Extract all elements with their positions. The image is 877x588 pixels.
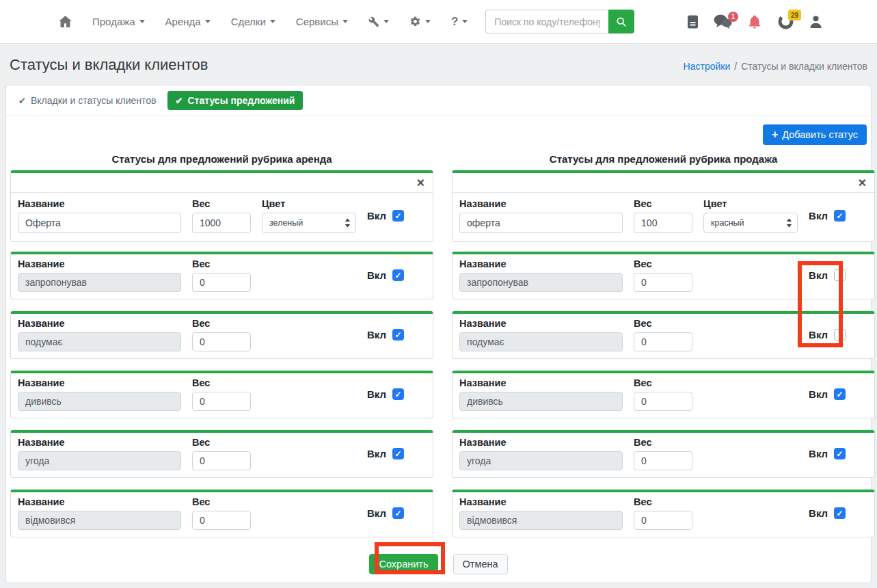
name-label: Название xyxy=(18,318,181,330)
enabled-checkbox[interactable]: ✓ xyxy=(392,210,404,222)
user-icon[interactable] xyxy=(809,15,822,29)
add-status-button[interactable]: + Добавить статус xyxy=(763,124,867,145)
status-color-select[interactable]: красный xyxy=(703,213,798,233)
status-weight-input[interactable] xyxy=(192,511,251,530)
nav-menu-tools[interactable] xyxy=(368,16,389,27)
tab-client-tabs-statuses[interactable]: ✔ Вкладки и статусы клиентов xyxy=(16,91,159,110)
enabled-label: Вкл xyxy=(809,329,828,340)
status-name-input[interactable] xyxy=(459,392,623,411)
wrench-icon xyxy=(368,16,379,27)
status-card: НазваниеВесВкл✓ xyxy=(452,371,875,418)
status-name-input[interactable] xyxy=(18,392,181,411)
close-icon[interactable]: × xyxy=(858,174,866,191)
status-weight-input[interactable] xyxy=(634,392,692,411)
status-card: ×НазваниеВесЦветкрасныйВкл✓ xyxy=(452,170,875,242)
weight-label: Вес xyxy=(192,496,251,508)
status-weight-input[interactable] xyxy=(634,213,692,233)
nav-menu-services[interactable]: Сервисы xyxy=(296,16,348,27)
status-name-input[interactable] xyxy=(459,332,623,351)
enabled-checkbox[interactable]: ✓ xyxy=(392,507,404,519)
status-card: НазваниеВесВкл✓ xyxy=(452,430,875,478)
status-weight-input[interactable] xyxy=(192,213,251,233)
status-weight-input[interactable] xyxy=(192,332,251,351)
chevron-down-icon xyxy=(205,20,211,23)
status-card: НазваниеВесВкл✓ xyxy=(10,430,433,478)
nav-menu-deals[interactable]: Сделки xyxy=(231,16,275,27)
search-button[interactable] xyxy=(608,10,634,34)
tab-bar: ✔ Вкладки и статусы клиентов ✔ Статусы п… xyxy=(6,85,871,116)
column-title-rent: Статусы для предложений рубрика аренда xyxy=(10,153,433,165)
save-button[interactable]: Сохранить xyxy=(369,554,437,574)
status-name-input[interactable] xyxy=(18,273,181,292)
tasks-badge: 29 xyxy=(788,10,801,21)
journal-icon[interactable] xyxy=(687,15,699,29)
name-label: Название xyxy=(459,198,623,210)
status-name-input[interactable] xyxy=(18,332,181,351)
status-name-input[interactable] xyxy=(459,451,623,470)
enabled-checkbox[interactable]: ✓ xyxy=(392,448,404,459)
status-name-input[interactable] xyxy=(18,213,181,233)
status-weight-input[interactable] xyxy=(192,273,251,292)
enabled-checkbox[interactable]: ✓ xyxy=(834,388,846,400)
chevron-down-icon xyxy=(139,20,145,23)
name-label: Название xyxy=(18,198,181,210)
enabled-checkbox[interactable]: ✓ xyxy=(392,329,404,340)
breadcrumb-current: Статусы и вкладки клиентов xyxy=(741,61,867,72)
weight-label: Вес xyxy=(634,198,692,210)
cancel-button[interactable]: Отмена xyxy=(453,554,508,574)
status-name-input[interactable] xyxy=(459,273,623,292)
chevron-down-icon xyxy=(383,20,389,23)
breadcrumb: Настройки/Статусы и вкладки клиентов xyxy=(684,61,867,72)
status-card: ×НазваниеВесЦветзеленыйВкл✓ xyxy=(10,170,433,242)
nav-menu-settings[interactable] xyxy=(409,16,431,27)
tab-offer-statuses[interactable]: ✔ Статусы предложений xyxy=(167,91,303,110)
status-card: НазваниеВесВкл✓ xyxy=(452,490,875,537)
status-weight-input[interactable] xyxy=(634,451,692,470)
nav-menu-sales[interactable]: Продажа xyxy=(92,16,145,27)
breadcrumb-settings-link[interactable]: Настройки xyxy=(684,61,731,72)
weight-label: Вес xyxy=(192,437,251,449)
notifications-bell-icon[interactable] xyxy=(747,14,762,29)
weight-label: Вес xyxy=(634,318,692,330)
weight-label: Вес xyxy=(192,258,251,270)
nav-menu-rent[interactable]: Аренда xyxy=(165,16,211,27)
name-label: Название xyxy=(459,437,623,449)
status-weight-input[interactable] xyxy=(634,332,692,351)
status-weight-input[interactable] xyxy=(192,392,251,411)
select-stepper-icon xyxy=(345,218,351,228)
name-label: Название xyxy=(459,318,623,330)
page-head: Статусы и вкладки клиентов Настройки/Ста… xyxy=(0,44,877,85)
status-column-sale: Статусы для предложений рубрика продажа … xyxy=(452,149,875,549)
enabled-checkbox[interactable]: ✓ xyxy=(392,388,404,400)
column-title-sale: Статусы для предложений рубрика продажа xyxy=(452,153,875,165)
enabled-checkbox[interactable] xyxy=(834,269,846,281)
weight-label: Вес xyxy=(192,377,251,389)
top-navbar: Продажа Аренда Сделки Сервисы ? 1 xyxy=(0,0,877,44)
nav-menu-help[interactable]: ? xyxy=(451,15,468,29)
enabled-checkbox[interactable]: ✓ xyxy=(834,507,846,519)
search-input[interactable] xyxy=(485,10,608,34)
status-name-input[interactable] xyxy=(459,213,623,233)
tasks-icon[interactable]: 29 xyxy=(777,13,794,30)
status-name-input[interactable] xyxy=(459,511,623,530)
enabled-label: Вкл xyxy=(367,448,386,459)
gear-icon xyxy=(409,16,421,27)
enabled-checkbox[interactable]: ✓ xyxy=(392,269,404,281)
status-weight-input[interactable] xyxy=(192,451,251,470)
name-label: Название xyxy=(18,496,181,508)
name-label: Название xyxy=(18,437,181,449)
enabled-checkbox[interactable]: ✓ xyxy=(834,210,846,222)
color-label: Цвет xyxy=(703,198,798,210)
enabled-checkbox[interactable] xyxy=(834,329,846,340)
messages-icon[interactable]: 1 xyxy=(714,14,732,29)
status-weight-input[interactable] xyxy=(634,273,692,292)
status-name-input[interactable] xyxy=(18,511,181,530)
status-color-select[interactable]: зеленый xyxy=(262,213,356,233)
page-title: Статусы и вкладки клиентов xyxy=(10,56,208,74)
status-weight-input[interactable] xyxy=(634,511,692,530)
home-icon[interactable] xyxy=(59,16,72,27)
status-name-input[interactable] xyxy=(18,451,181,470)
enabled-checkbox[interactable]: ✓ xyxy=(834,448,846,459)
status-columns: Статусы для предложений рубрика аренда ×… xyxy=(10,149,867,549)
close-icon[interactable]: × xyxy=(416,174,424,191)
